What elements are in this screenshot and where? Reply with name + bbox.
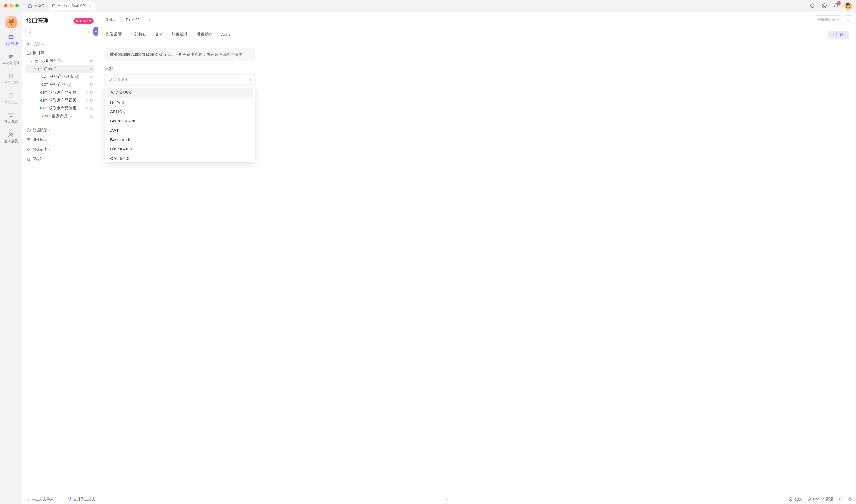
endpoint-count: (2): [75, 75, 80, 79]
nav-invite[interactable]: 邀请成员: [0, 130, 22, 145]
subtab-auth[interactable]: Auth: [221, 27, 230, 42]
sb-merge-branch[interactable]: 合并到主分支: [68, 497, 95, 502]
method-badge: POST: [41, 114, 50, 118]
section-quick-request[interactable]: 快捷请求 ▸: [25, 145, 94, 154]
status-dot-icon: [86, 107, 88, 109]
link-icon[interactable]: ⧉: [90, 114, 92, 119]
close-window-button[interactable]: [4, 4, 7, 7]
nav-api-management[interactable]: 接口管理: [0, 33, 22, 47]
nav-automation[interactable]: 自动化测试: [0, 52, 22, 67]
folder-open-icon: [38, 67, 42, 71]
sb-cookie-label: Cookie 管理: [813, 497, 833, 502]
tab-more-button[interactable]: ⋯: [155, 15, 164, 24]
sb-merge-branch-label: 合并到主分支: [73, 497, 95, 502]
branch-pill[interactable]: 07w1 ▾: [73, 18, 94, 24]
sb-collapse-sidebar[interactable]: [444, 497, 449, 502]
dropdown-option[interactable]: API Key: [107, 107, 254, 116]
dropdown-option[interactable]: Digest Auth: [107, 144, 254, 154]
filter-button[interactable]: [86, 27, 91, 36]
sidebar-search[interactable]: [25, 27, 84, 36]
close-tab-icon[interactable]: ✕: [89, 3, 92, 7]
tree-endpoint[interactable]: GET 获取参产品视频 ⧉: [25, 96, 94, 104]
auth-type-select[interactable]: 从父级继承 ▾: [105, 75, 255, 85]
notifications-button[interactable]: 1: [832, 2, 840, 10]
tree-folder-products[interactable]: ▾ 产品 (6) ⧉: [25, 65, 94, 73]
link-icon[interactable]: ⧉: [90, 67, 92, 71]
side-panel-title: 接口管理: [26, 17, 49, 24]
link-icon[interactable]: ⧉: [90, 98, 92, 103]
link-icon[interactable]: ⧉: [90, 82, 92, 87]
link-icon[interactable]: ⧉: [90, 90, 92, 95]
env-placeholder: 请选择环境: [817, 17, 836, 22]
svg-point-11: [29, 30, 31, 32]
dropdown-option[interactable]: No Auth: [107, 97, 254, 107]
status-dot-icon: [86, 92, 88, 93]
sb-help[interactable]: [848, 497, 852, 501]
sb-cookie[interactable]: Cookie 管理: [807, 497, 833, 502]
branch-icon: [75, 19, 79, 23]
dropdown-option[interactable]: JWT: [107, 126, 254, 135]
tree-endpoint[interactable]: GET 获取参产品使用... ⧉: [25, 104, 94, 112]
tree-endpoint[interactable]: ▸ GET 获取产品 (2) ⧉: [25, 80, 94, 89]
maximize-window-button[interactable]: [15, 4, 19, 7]
nav-share-docs[interactable]: 分享文档: [0, 72, 22, 86]
tree-endpoint[interactable]: ▸ POST 搜索产品 (2) ⧉: [25, 112, 94, 120]
tab-add-button[interactable]: ＋: [145, 15, 154, 24]
tree-group-mall-label: 商城 API: [40, 58, 56, 64]
caret-right-icon: ▸: [37, 115, 40, 118]
nav-project-settings[interactable]: 项目设置: [0, 111, 22, 125]
settings-button[interactable]: [820, 2, 828, 10]
window-tab-home[interactable]: 主窗口: [24, 2, 48, 10]
user-avatar[interactable]: 🧑: [844, 2, 852, 10]
svg-point-19: [808, 498, 811, 501]
method-badge: GET: [41, 83, 48, 86]
svg-point-1: [824, 5, 825, 6]
sb-import-branch[interactable]: 从主分支导入: [26, 497, 54, 502]
refresh-button[interactable]: [808, 2, 816, 10]
tree-group-mall[interactable]: ▾ 商城 API (6) ⧉: [25, 57, 94, 65]
tree-endpoint[interactable]: ▸ GET 获取产品列表 (2) ⧉: [25, 73, 94, 80]
subtab-pre-actions[interactable]: 前置操作: [171, 27, 188, 42]
nav-history[interactable]: 请求历史: [0, 91, 22, 106]
nav-share-docs-label: 分享文档: [4, 80, 18, 85]
minimize-window-button[interactable]: [10, 4, 13, 7]
subtab-post-actions[interactable]: 后置操作: [196, 27, 213, 42]
tree-root[interactable]: 根目录: [25, 49, 94, 57]
app-logo[interactable]: 🦊: [5, 16, 17, 28]
svg-point-10: [77, 21, 77, 22]
svg-rect-2: [9, 35, 13, 39]
sidebar-search-input[interactable]: [34, 30, 81, 34]
subtab-directory-settings[interactable]: 目录设置: [105, 27, 122, 42]
sb-online[interactable]: 在线: [789, 497, 802, 502]
dropdown-option[interactable]: 从父级继承: [107, 88, 254, 97]
link-icon[interactable]: ⧉: [90, 58, 92, 64]
dropdown-option[interactable]: Bearer Token: [107, 116, 254, 126]
link-icon[interactable]: ⧉: [90, 74, 92, 79]
env-selector[interactable]: 请选择环境 ▾: [814, 15, 842, 24]
link-icon[interactable]: ⧉: [90, 106, 92, 111]
dropdown-option[interactable]: Basic Auth: [107, 135, 254, 144]
api-icon: [8, 34, 14, 40]
section-api-header[interactable]: 96 接口 ▸: [25, 40, 94, 48]
tab-products[interactable]: 产品: [121, 15, 144, 25]
search-icon: [28, 30, 32, 33]
tab-new[interactable]: 新建...: [101, 15, 120, 25]
nav-automation-label: 自动化测试: [2, 61, 19, 66]
section-components[interactable]: 组件库 ▸: [25, 135, 94, 145]
section-data-model[interactable]: 数据模型 ▸: [25, 125, 94, 135]
save-button[interactable]: 保 存: [828, 31, 849, 39]
dropdown-option[interactable]: OAuth 2.0: [107, 154, 254, 162]
env-settings-button[interactable]: [844, 15, 853, 24]
sb-feedback[interactable]: [838, 497, 842, 501]
tree-endpoint[interactable]: GET 获取参产品图片 ⧉: [25, 89, 94, 96]
subtab-docs[interactable]: 文档: [155, 27, 163, 42]
subtab-all-apis[interactable]: 全部接口: [130, 27, 147, 42]
section-trash[interactable]: 回收站: [25, 154, 94, 164]
endpoint-name: 获取参产品使用...: [49, 106, 80, 111]
method-badge: GET: [41, 75, 48, 78]
cube-icon: [27, 128, 31, 132]
caret-right-icon: ▸: [37, 83, 40, 86]
filter-icon: [86, 29, 91, 34]
svg-rect-0: [52, 4, 55, 7]
window-tab-project[interactable]: Medusa 商城 API ✕: [48, 2, 95, 10]
